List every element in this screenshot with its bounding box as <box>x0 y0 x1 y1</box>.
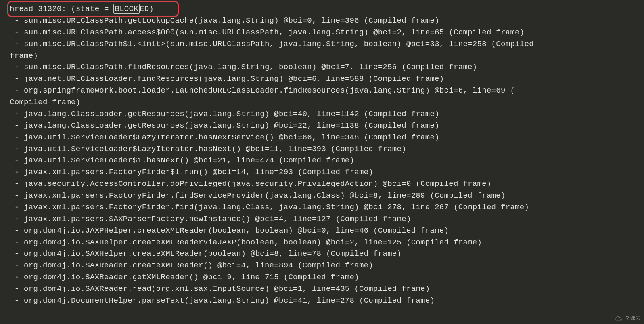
stack-frame-line: - org.springframework.boot.loader.Launch… <box>10 85 644 97</box>
stack-frame-line: - javax.xml.parsers.FactoryFinder.find(j… <box>10 202 644 213</box>
stack-frame-line: frame) <box>10 50 644 62</box>
stack-frame-line: - sun.misc.URLClassPath.access$000(sun.m… <box>10 27 644 38</box>
stack-frame-line: - sun.misc.URLClassPath.findResources(ja… <box>10 61 644 73</box>
stack-frame-line: - javax.xml.parsers.FactoryFinder$1.run(… <box>10 166 644 178</box>
stack-frame-line: - org.dom4j.io.SAXHelper.createXMLReader… <box>10 237 644 248</box>
stack-frame-line: - org.dom4j.io.SAXReader.createXMLReader… <box>10 260 644 271</box>
thread-state-suffix: ED) <box>140 4 154 13</box>
stack-frame-line: - java.util.ServiceLoader$LazyIterator.h… <box>10 143 644 155</box>
thread-header-line: hread 31320: (state = BLOCKED) <box>10 3 644 15</box>
stack-frame-line: - javax.xml.parsers.SAXParserFactory.new… <box>10 213 644 225</box>
stack-frame-line: - sun.misc.URLClassPath$1.<init>(sun.mis… <box>10 38 644 50</box>
watermark: 亿速云 <box>615 314 641 322</box>
watermark-text: 亿速云 <box>625 314 641 322</box>
stack-frame-line: - org.dom4j.io.SAXHelper.createXMLReader… <box>10 248 644 260</box>
stack-frame-line: - sun.misc.URLClassPath.getLookupCache(j… <box>10 15 644 27</box>
stack-frame-line: - java.lang.ClassLoader.getResources(jav… <box>10 108 644 120</box>
stack-frame-line: - java.lang.ClassLoader.getResources(jav… <box>10 120 644 132</box>
stack-frame-line: - org.dom4j.io.JAXPHelper.createXMLReade… <box>10 225 644 237</box>
thread-state-text: BLOCK <box>115 4 138 13</box>
terminal-output[interactable]: hread 31320: (state = BLOCKED) - sun.mis… <box>0 3 644 307</box>
thread-header-prefix: hread 31320: (state = <box>10 4 113 13</box>
stack-frame-line: - java.net.URLClassLoader.findResources(… <box>10 73 644 85</box>
stack-frame-line: - org.dom4j.DocumentHelper.parseText(jav… <box>10 295 644 307</box>
stack-frame-line: - javax.xml.parsers.FactoryFinder.findSe… <box>10 190 644 202</box>
stack-frame-line: - org.dom4j.io.SAXReader.read(org.xml.sa… <box>10 283 644 295</box>
stack-frame-line: Compiled frame) <box>10 97 644 108</box>
thread-state-box: BLOCK <box>113 4 140 14</box>
cloud-icon <box>615 316 623 321</box>
stack-frame-line: - java.security.AccessController.doPrivi… <box>10 178 644 190</box>
stack-frame-line: - java.util.ServiceLoader$LazyIterator.h… <box>10 132 644 143</box>
stack-frame-line: - org.dom4j.io.SAXReader.getXMLReader() … <box>10 271 644 283</box>
stack-frame-line: - java.util.ServiceLoader$1.hasNext() @b… <box>10 155 644 166</box>
